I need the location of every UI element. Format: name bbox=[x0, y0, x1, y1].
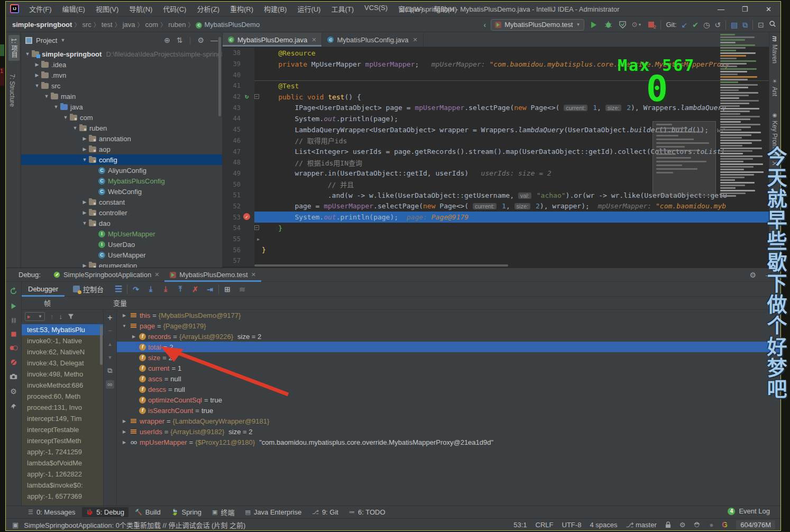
file-encoding[interactable]: UTF-8 bbox=[562, 521, 582, 529]
run-to-cursor-icon[interactable]: ⇥ bbox=[204, 285, 216, 293]
breadcrumb-item[interactable]: src bbox=[82, 21, 91, 29]
git-branch[interactable]: ⎇ master bbox=[626, 521, 656, 529]
gear-icon[interactable]: ⚙ bbox=[197, 36, 204, 44]
close-icon[interactable]: ✕ bbox=[413, 36, 418, 43]
breakpoint-icon[interactable]: ✓ bbox=[243, 213, 250, 220]
tree-item-simple-springboot[interactable]: ▼simple-springbootD:\file\idea\IdeaProje… bbox=[21, 49, 222, 59]
breadcrumb-item[interactable]: com bbox=[145, 21, 159, 29]
git-commit-icon[interactable]: ✔ bbox=[692, 21, 699, 29]
menu-item[interactable]: 导航(N) bbox=[124, 2, 157, 15]
stack-frame[interactable]: interceptTestable bbox=[22, 424, 103, 435]
stack-frame[interactable]: apply:-1, 7241259 bbox=[22, 446, 103, 457]
profiler-button[interactable]: ▼ bbox=[632, 20, 641, 30]
code-line-53[interactable]: 53✓System.out.println(page); page: Page@… bbox=[223, 212, 769, 223]
breadcrumb-item[interactable]: test bbox=[102, 21, 113, 29]
code-line-54[interactable]: 54−} bbox=[223, 223, 769, 234]
tab-debugger[interactable]: Debugger bbox=[22, 282, 65, 297]
fold-arrow-icon[interactable]: ▶ bbox=[257, 237, 260, 242]
stack-frame[interactable]: lambda$invoke$0: bbox=[22, 480, 103, 491]
gear-badge-icon[interactable]: ⚙ bbox=[679, 521, 686, 529]
tool-button--[interactable]: ▣终端 bbox=[208, 506, 238, 518]
step-over-icon[interactable]: ↷ bbox=[130, 285, 142, 293]
stack-frame[interactable]: apply:-1, 6577369 bbox=[22, 491, 103, 502]
toolwindow-toggle-icon[interactable]: ▣ bbox=[12, 521, 19, 529]
close-icon[interactable]: ✕ bbox=[154, 271, 159, 278]
memory-indicator[interactable]: 604/976M bbox=[736, 520, 775, 529]
spy-icon[interactable]: ⛑ bbox=[694, 521, 701, 529]
stack-frame[interactable]: interceptTestMeth bbox=[22, 435, 103, 446]
locate-file-icon[interactable]: ⊕ bbox=[164, 36, 170, 44]
coverage-button[interactable] bbox=[618, 20, 627, 30]
variable-row-userIds[interactable]: ▶userIds={ArrayList@9182}size = 2 bbox=[117, 426, 780, 437]
add-watch-icon[interactable]: + bbox=[107, 314, 112, 322]
breadcrumb-item[interactable]: simple-springboot bbox=[12, 21, 72, 29]
breadcrumb-item[interactable]: ruben bbox=[168, 21, 186, 29]
menu-item[interactable]: 分析(Z) bbox=[192, 2, 224, 15]
translate-icon[interactable]: ⧉ bbox=[742, 21, 748, 29]
variable-row-page[interactable]: ▼page={Page@9179} bbox=[117, 320, 780, 331]
close-icon[interactable]: ✕ bbox=[311, 36, 316, 43]
collapse-all-icon[interactable]: ⇅ bbox=[177, 36, 183, 44]
maximize-button[interactable]: ❐ bbox=[733, 2, 757, 16]
mute-breakpoints-icon[interactable] bbox=[10, 359, 17, 366]
menu-item[interactable]: 编辑(E) bbox=[58, 2, 90, 15]
tree-item-aop[interactable]: ▶aop bbox=[21, 144, 222, 154]
debug-session-tab-test[interactable]: MybatisPlusDemo.test✕ bbox=[164, 268, 261, 282]
resume-icon[interactable] bbox=[10, 302, 17, 310]
drop-frame-icon[interactable]: ✗ bbox=[189, 285, 201, 293]
tree-item-constant[interactable]: ▶constant bbox=[21, 197, 222, 207]
tool-button-9-git[interactable]: ⎇9: Git bbox=[308, 507, 343, 517]
stop-icon[interactable] bbox=[11, 331, 17, 337]
layout-settings-icon[interactable]: ☰ bbox=[112, 284, 125, 294]
tool-button-build[interactable]: 🔨Build bbox=[131, 507, 165, 517]
tree-item-enumeration[interactable]: ▶enumeration bbox=[21, 260, 222, 268]
tree-item-mpusermapper[interactable]: IMpUserMapper bbox=[21, 228, 222, 239]
editor-tab-MybatisPlusDemo.java[interactable]: CMybatisPlusDemo.java✕ bbox=[223, 33, 322, 47]
tool-tab-structure[interactable]: 7: Structure bbox=[8, 74, 16, 107]
breadcrumb-item[interactable]: java bbox=[123, 21, 135, 29]
tree-item-java[interactable]: ▼java bbox=[21, 102, 222, 112]
stack-frame[interactable]: invoke:498, Metho bbox=[22, 369, 103, 380]
gear-icon[interactable]: ⚙ bbox=[749, 271, 756, 279]
stack-frame[interactable]: intercept:149, Tim bbox=[22, 413, 103, 424]
debug-session-tab-spring[interactable]: SimpleSpringbootApplication✕ bbox=[48, 268, 164, 282]
show-watches-glasses-icon[interactable]: ∞ bbox=[106, 380, 114, 389]
tool-button-spring[interactable]: 🍃Spring bbox=[167, 507, 206, 517]
stop-button[interactable]: 2 bbox=[646, 20, 656, 30]
tree-item-.idea[interactable]: ▶.idea bbox=[21, 59, 222, 70]
tree-item-main[interactable]: ▼main bbox=[21, 91, 222, 102]
code-line-56[interactable]: 56} bbox=[223, 244, 769, 255]
tool-tab-project[interactable]: 1: 项目 bbox=[8, 35, 20, 61]
tool-button-java-enterprise[interactable]: ▤Java Enterprise bbox=[241, 507, 306, 517]
indent-style[interactable]: 4 spaces bbox=[590, 521, 617, 529]
duplicate-icon[interactable]: ⧉ bbox=[107, 367, 112, 374]
thread-dump-camera-icon[interactable] bbox=[10, 373, 17, 380]
line-ending[interactable]: CRLF bbox=[536, 521, 554, 529]
run-configuration-select[interactable]: MybatisPlusDemo.test ▼ bbox=[491, 19, 584, 31]
tab-console[interactable]: 控制台 bbox=[67, 282, 110, 297]
diff-dirs-icon[interactable]: ▤ bbox=[731, 21, 738, 29]
menu-item[interactable]: 运行(U) bbox=[292, 2, 325, 15]
stack-frame[interactable]: invoke:62, NativeN bbox=[22, 346, 103, 357]
step-into-icon[interactable]: ⤓ bbox=[144, 285, 157, 293]
tree-item-ruben[interactable]: ▼ruben bbox=[21, 123, 222, 133]
stack-frame[interactable]: invoke0:-1, Native bbox=[22, 335, 103, 346]
caret-position[interactable]: 53:1 bbox=[513, 521, 527, 529]
tree-item-controller[interactable]: ▶controller bbox=[21, 207, 222, 218]
step-out-icon[interactable]: ⤒ bbox=[174, 285, 187, 293]
tree-item-config[interactable]: ▼config bbox=[21, 154, 222, 165]
stack-frame[interactable]: invoke:43, Delegat bbox=[22, 357, 103, 369]
debug-button[interactable] bbox=[603, 20, 613, 30]
view-breakpoints-icon[interactable] bbox=[10, 345, 18, 351]
tree-item-userdao[interactable]: IUserDao bbox=[21, 239, 222, 250]
frame-down-icon[interactable]: ↓ bbox=[59, 313, 63, 320]
tree-item-webconfig[interactable]: CWebConfig bbox=[21, 186, 222, 197]
debug-settings-gear-icon[interactable]: ⚙ bbox=[10, 387, 17, 396]
thread-selector[interactable]: ▸▼ ↑ ↓ bbox=[22, 310, 103, 323]
stack-frame[interactable]: invokeMethod:686 bbox=[22, 380, 103, 391]
force-step-into-icon[interactable]: ⤓ bbox=[159, 285, 172, 293]
variable-row-isSearchCount[interactable]: fisSearchCount=true bbox=[117, 405, 780, 416]
close-button[interactable]: ✕ bbox=[757, 2, 780, 16]
pin-icon[interactable] bbox=[10, 403, 17, 410]
tree-item-usermapper[interactable]: CUserMapper bbox=[21, 250, 222, 260]
